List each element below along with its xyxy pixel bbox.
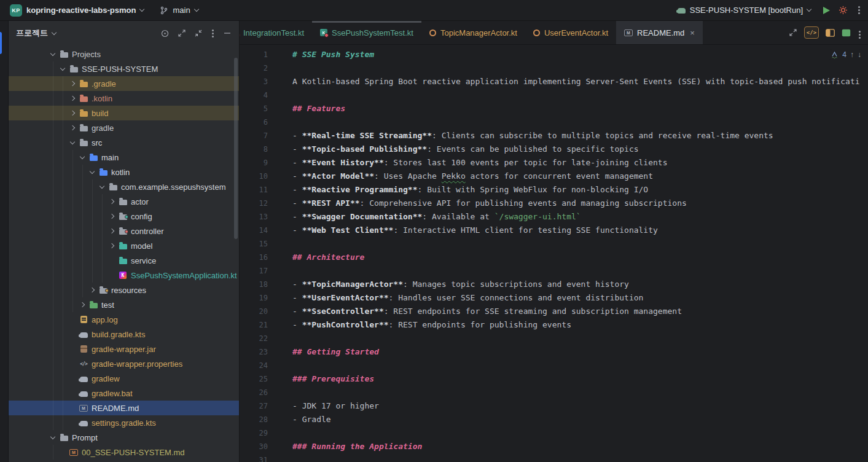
- chevron-right-icon[interactable]: [68, 111, 77, 115]
- editor-line[interactable]: 21- **PushController**: REST endpoints f…: [240, 318, 868, 332]
- chevron-right-icon[interactable]: [107, 200, 117, 203]
- chevron-right-icon[interactable]: [68, 82, 77, 85]
- tree-item[interactable]: main: [9, 150, 239, 165]
- editor-line[interactable]: 9- **Event History**: Stores last 100 ev…: [240, 156, 868, 170]
- tree-item[interactable]: config: [9, 209, 239, 224]
- editor-line[interactable]: 17: [240, 264, 868, 278]
- editor-line[interactable]: 8- **Topic-based Publishing**: Events ca…: [240, 143, 868, 156]
- panel-options-button[interactable]: [211, 33, 215, 34]
- chevron-down-icon[interactable]: [48, 436, 58, 439]
- editor-line[interactable]: 22: [240, 332, 868, 345]
- tree-item[interactable]: controller: [9, 224, 239, 238]
- editor-line[interactable]: 7- **Real-time SSE Streaming**: Clients …: [240, 129, 868, 143]
- editor-line[interactable]: 11- **Reactive Programming**: Built with…: [240, 183, 868, 197]
- hide-panel-button[interactable]: [223, 29, 232, 37]
- chevron-down-icon[interactable]: [58, 68, 68, 70]
- editor-line[interactable]: 28- Gradle: [240, 413, 868, 426]
- tree-item[interactable]: gradlew: [9, 371, 239, 386]
- expand-editor-button[interactable]: [789, 28, 797, 37]
- run-button[interactable]: [823, 7, 830, 14]
- chevron-down-icon[interactable]: [48, 53, 58, 55]
- editor-line[interactable]: 26: [240, 386, 868, 399]
- editor-line[interactable]: 1# SSE Push System: [240, 48, 868, 61]
- tree-item[interactable]: settings.gradle.kts: [9, 415, 239, 430]
- collapse-all-button[interactable]: [194, 29, 203, 37]
- tree-item[interactable]: KSsePushSystemApplication.kt: [9, 268, 239, 283]
- tree-item[interactable]: actor: [9, 194, 239, 209]
- editor-line[interactable]: 25### Prerequisites: [240, 372, 868, 386]
- tree-item[interactable]: gradlew.bat: [9, 386, 239, 401]
- editor-tab[interactable]: MREADME.md×: [616, 21, 703, 44]
- tree-item[interactable]: gradle-wrapper.jar: [9, 342, 239, 356]
- inspections-widget[interactable]: 4 ↑ ↓: [827, 49, 865, 60]
- editor-tab[interactable]: KIntegrationTest.kt: [240, 21, 312, 44]
- editor-line[interactable]: 27- JDK 17 or higher: [240, 399, 868, 413]
- settings-gear-button[interactable]: [839, 6, 848, 15]
- locate-file-button[interactable]: [160, 29, 170, 38]
- editor-line[interactable]: 5## Features: [240, 102, 868, 116]
- editor-line[interactable]: 18- **TopicManagerActor**: Manages topic…: [240, 278, 868, 291]
- chevron-right-icon[interactable]: [107, 229, 117, 233]
- editor-line[interactable]: 14- **Web Test Client**: Interactive HTM…: [240, 224, 868, 237]
- editor-line[interactable]: 13- **Swagger Documentation**: Available…: [240, 210, 868, 224]
- chevron-down-icon[interactable]: [97, 186, 107, 188]
- panel-title[interactable]: 프로젝트: [16, 28, 56, 39]
- editor-line[interactable]: 31: [240, 453, 868, 462]
- tree-item[interactable]: service: [9, 253, 239, 268]
- tree-item[interactable]: </>gradle-wrapper.properties: [9, 356, 239, 371]
- markdown-split-view-button[interactable]: [826, 29, 835, 37]
- editor-line[interactable]: 29: [240, 426, 868, 440]
- expand-all-button[interactable]: [178, 29, 186, 37]
- tree-item[interactable]: MREADME.md: [9, 401, 239, 415]
- chevron-right-icon[interactable]: [77, 303, 87, 307]
- chevron-right-icon[interactable]: [107, 244, 117, 248]
- tree-item[interactable]: Projects: [9, 47, 239, 61]
- tree-item[interactable]: build.gradle.kts: [9, 327, 239, 342]
- tree-item[interactable]: app.log: [9, 312, 239, 327]
- markdown-preview-button[interactable]: [842, 29, 851, 37]
- editor-line[interactable]: 3A Kotlin-based Spring Boot reactive app…: [240, 75, 868, 88]
- editor-tab[interactable]: KSsePushSystemTest.kt: [312, 21, 421, 44]
- tree-scrollbar[interactable]: [234, 58, 238, 239]
- tree-item[interactable]: build: [9, 106, 239, 120]
- chevron-right-icon[interactable]: [107, 214, 117, 218]
- editor-line[interactable]: 12- **REST API**: Comprehensive API for …: [240, 197, 868, 210]
- more-actions-button[interactable]: [856, 9, 862, 11]
- chevron-right-icon[interactable]: [87, 288, 97, 292]
- editor-line[interactable]: 15: [240, 237, 868, 251]
- arrow-down-icon[interactable]: ↓: [858, 50, 861, 59]
- editor-line[interactable]: 20- **SseController**: REST endpoints fo…: [240, 305, 868, 318]
- run-configuration-widget[interactable]: SSE-PUSH-SYSTEM [bootRun]: [674, 2, 815, 18]
- tree-item[interactable]: test: [9, 297, 239, 312]
- tree-item[interactable]: Prompt: [9, 430, 239, 445]
- chevron-down-icon[interactable]: [68, 141, 77, 144]
- vcs-branch-widget[interactable]: main: [156, 2, 201, 18]
- chevron-right-icon[interactable]: [68, 126, 77, 130]
- tree-item[interactable]: model: [9, 238, 239, 253]
- close-icon[interactable]: ×: [690, 29, 695, 37]
- editor-line[interactable]: 16## Architecture: [240, 251, 868, 264]
- tree-item[interactable]: kotlin: [9, 165, 239, 179]
- editor-body[interactable]: 1# SSE Push System23A Kotlin-based Sprin…: [240, 45, 868, 462]
- editor-tab[interactable]: TopicManagerActor.kt: [421, 21, 525, 44]
- tree-item[interactable]: SSE-PUSH-SYSTEM: [9, 61, 239, 76]
- tree-item[interactable]: src: [9, 135, 239, 150]
- chevron-down-icon[interactable]: [77, 156, 87, 159]
- editor-line[interactable]: 6: [240, 116, 868, 129]
- editor-tab[interactable]: UserEventActor.kt: [525, 21, 616, 44]
- tree-item[interactable]: M00_SSE-PUSH-SYSTEM.md: [9, 445, 239, 460]
- tree-item[interactable]: resources: [9, 283, 239, 297]
- chevron-down-icon[interactable]: [87, 171, 97, 173]
- editor-line[interactable]: 24: [240, 359, 868, 372]
- arrow-up-icon[interactable]: ↑: [850, 50, 854, 59]
- tree-item[interactable]: com.example.ssepushsystem: [9, 179, 239, 194]
- project-widget[interactable]: KP kopring-reactive-labs-psmon: [6, 2, 147, 18]
- tree-item[interactable]: gradle: [9, 120, 239, 135]
- tab-options-button[interactable]: [858, 27, 862, 38]
- editor-line[interactable]: 4: [240, 88, 868, 102]
- chevron-right-icon[interactable]: [68, 96, 77, 100]
- editor-line[interactable]: 19- **UserEventActor**: Handles user SSE…: [240, 291, 868, 305]
- editor-line[interactable]: 2: [240, 61, 868, 75]
- editor-line[interactable]: 23## Getting Started: [240, 345, 868, 359]
- tree-item[interactable]: .kotlin: [9, 91, 239, 106]
